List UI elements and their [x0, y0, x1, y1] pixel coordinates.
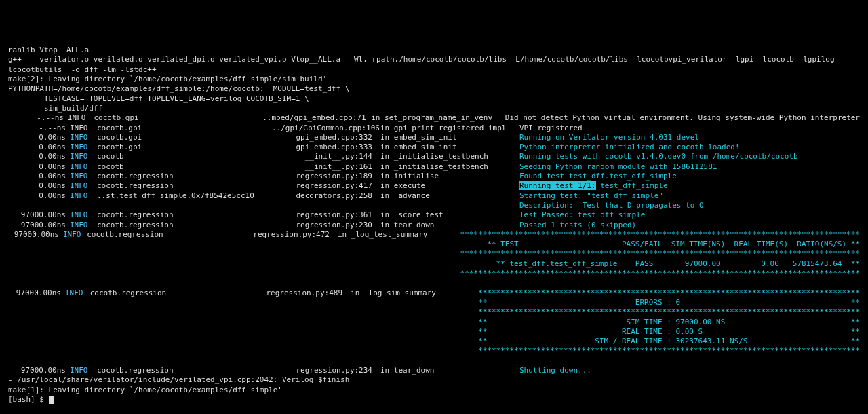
log-logger: cocotb.regression [97, 181, 272, 191]
log-function [338, 249, 460, 259]
log-row: ** ERRORS : 0 ** [8, 298, 860, 307]
log-function: in gpi_print_registered_impl [380, 124, 519, 133]
log-message: Python interpreter initialized and cocot… [519, 143, 860, 152]
log-level [65, 346, 90, 356]
build-output-line: - /usr/local/share/verilator/include/ver… [8, 375, 860, 385]
log-logger: cocotb.gpi [97, 133, 272, 143]
build-output-line: sim_build/dff [8, 104, 860, 113]
build-output-line: PYTHONPATH=/home/cocotb/examples/dff_sim… [8, 84, 860, 94]
log-message: Test Passed: test_dff_simple [519, 210, 860, 220]
log-source [255, 240, 349, 249]
log-row: ****************************************… [8, 269, 860, 278]
log-message: ****************************************… [478, 288, 860, 298]
log-message: ****************************************… [460, 249, 860, 259]
log-row: ** SIM / REAL TIME : 30237643.11 NS/S ** [8, 337, 860, 346]
log-source: decorators.py:258 [272, 191, 372, 201]
log-source: regression.py:417 [272, 181, 372, 191]
build-output-line: make[1]: Leaving directory `/home/cocotb… [8, 385, 860, 395]
log-level: INFO [65, 288, 90, 298]
log-message: Found test test_dff.test_dff_simple [519, 172, 860, 181]
log-function: in _log_sim_summary [351, 288, 478, 298]
log-logger [90, 337, 251, 346]
log-function: in tear_down [380, 221, 519, 230]
log-function: in _advance [380, 191, 519, 201]
log-message: ** TEST PASS/FAIL SIM TIME(NS) REAL TIME… [487, 240, 860, 249]
log-function: in execute [380, 181, 519, 191]
log-time: -.--ns [8, 124, 66, 133]
log-level [67, 259, 93, 269]
log-source: regression.py:361 [272, 210, 372, 220]
log-time: 97000.00ns [8, 221, 66, 230]
log-source: __init__.py:161 [272, 162, 372, 172]
shell-prompt[interactable]: [bash] $ [8, 395, 860, 404]
log-time [8, 307, 61, 317]
log-source [260, 259, 355, 269]
log-level [63, 269, 87, 278]
log-time: 97000.00ns [8, 210, 66, 220]
log-message: Description: Test that D propagates to Q [519, 201, 860, 210]
log-function: in _score_test [380, 210, 519, 220]
log-time [8, 249, 59, 259]
log-logger: cocotb [97, 162, 272, 172]
log-time: 0.00ns [8, 181, 66, 191]
log-row: 0.00ns INFOcocotb__init__.py:161 in _ini… [8, 162, 860, 172]
log-time [8, 259, 63, 269]
log-level [63, 249, 87, 259]
log-level [65, 337, 90, 346]
log-logger: cocotb.regression [97, 366, 272, 375]
log-level: INFO [70, 172, 97, 181]
log-source [250, 318, 342, 327]
log-function: in initialise [380, 172, 519, 181]
log-function: in _initialise_testbench [380, 152, 519, 162]
log-row [8, 278, 860, 288]
log-row: 0.00ns INFOcocotb__init__.py:144 in _ini… [8, 152, 860, 162]
log-message: Passed 1 tests (0 skipped) [519, 221, 860, 230]
log-logger [90, 346, 251, 356]
log-row [8, 356, 860, 366]
log-logger [93, 259, 260, 269]
terminal-output[interactable]: ranlib Vtop__ALL.ag++ verilator.o verila… [8, 45, 860, 404]
log-time [8, 318, 61, 327]
log-level [65, 318, 90, 327]
log-source: regression.py:189 [272, 172, 372, 181]
log-function [357, 240, 488, 249]
log-logger [92, 240, 255, 249]
log-row: ** REAL TIME : 0.00 S ** [8, 327, 860, 337]
log-message: Running test 1/1: test_dff_simple [519, 181, 860, 191]
log-level: INFO [70, 191, 97, 201]
log-message: ** ERRORS : 0 ** [478, 298, 860, 307]
log-message: ****************************************… [460, 269, 860, 278]
log-time: -.--ns [8, 113, 64, 123]
log-row: ****************************************… [8, 346, 860, 356]
log-time [8, 298, 61, 307]
log-logger [87, 249, 241, 259]
log-logger [87, 269, 241, 278]
build-output-line: TESTCASE= TOPLEVEL=dff TOPLEVEL_LANG=ver… [8, 94, 860, 104]
log-source [241, 249, 330, 259]
log-source: __init__.py:144 [272, 152, 372, 162]
log-logger: cocotb [97, 152, 272, 162]
log-source: regression.py:472 [241, 230, 330, 240]
log-source [250, 337, 342, 346]
log-level: INFO [70, 162, 97, 172]
log-source: gpi_embed.cpp:333 [272, 143, 372, 152]
log-source [272, 201, 372, 210]
log-row: 97000.00ns INFOcocotb.regressionregressi… [8, 221, 860, 230]
log-row: 0.00ns INFOcocotb.regressionregression.p… [8, 172, 860, 181]
log-message: ** test_dff.test_dff_simple PASS 97000.0… [496, 259, 860, 269]
log-logger: cocotb.gpi [94, 113, 263, 123]
log-time: 97000.00ns [8, 366, 66, 375]
log-row: 0.00ns INFOcocotb.regressionregression.p… [8, 181, 860, 191]
log-message: Running tests with cocotb v1.4.0.dev0 fr… [519, 152, 860, 162]
log-source [250, 346, 342, 356]
log-level: INFO [70, 133, 97, 143]
log-source: ..mbed/gpi_embed.cpp:71 [262, 113, 363, 123]
log-level [70, 201, 97, 210]
log-time: 0.00ns [8, 143, 66, 152]
log-logger: cocotb.gpi [97, 143, 272, 152]
log-message: ** SIM / REAL TIME : 30237643.11 NS/S ** [478, 337, 860, 346]
log-row: ** SIM TIME : 97000.00 NS ** [8, 318, 860, 327]
log-message: Seeding Python random module with 158611… [519, 162, 860, 172]
log-time: 0.00ns [8, 162, 66, 172]
log-function [351, 307, 478, 317]
